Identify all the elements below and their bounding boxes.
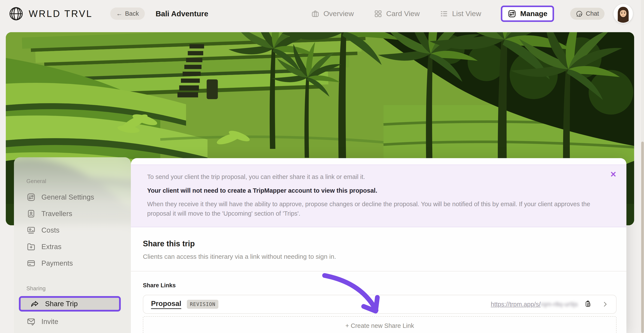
back-label: Back: [125, 10, 139, 17]
sidebar-item-label: Travellers: [42, 210, 72, 218]
briefcase-icon: [311, 9, 320, 18]
user-avatar[interactable]: [614, 4, 633, 24]
back-arrow-icon: ←: [116, 10, 122, 17]
banner-text-1: To send your client the trip proposal, y…: [147, 172, 603, 182]
share-trip-panel: To send your client the trip proposal, y…: [131, 158, 626, 333]
chat-button[interactable]: Chat: [570, 8, 604, 20]
extras-folder-plus-icon: [26, 242, 36, 252]
copy-link-button[interactable]: [584, 300, 592, 308]
costs-banknote-icon: [26, 226, 36, 235]
share-link-url[interactable]: https://trpm.app/s/rqm-r8q-ur9js: [491, 301, 578, 308]
globe-logo-icon: [8, 6, 24, 22]
banner-close-icon[interactable]: ✕: [610, 170, 616, 178]
sidebar-item-label: Costs: [42, 226, 60, 234]
sidebar-item-label: Invite: [42, 318, 58, 326]
section-title: Share this trip: [143, 239, 626, 248]
share-links-area: Share Links Proposal REVISION https://tr…: [131, 272, 626, 333]
sidebar-item-share-trip[interactable]: Share Trip: [20, 298, 119, 310]
sidebar-item-payments[interactable]: Payments: [26, 255, 131, 272]
share-link-row[interactable]: Proposal REVISION https://trpm.app/s/rqm…: [143, 295, 616, 314]
back-button[interactable]: ← Back: [110, 8, 145, 20]
banner-text-bold: Your client will not need to create a Tr…: [147, 186, 603, 196]
sidebar-item-label: Payments: [42, 259, 73, 267]
tab-label: Manage: [520, 10, 548, 18]
navbar-right: Chat: [570, 4, 633, 24]
tab-label: List View: [452, 10, 481, 18]
tab-label: Card View: [386, 10, 420, 18]
tab-list-view[interactable]: List View: [440, 9, 481, 18]
section-subtitle: Clients can access this itinerary via a …: [143, 253, 626, 260]
scrollbar-thumb[interactable]: [641, 142, 644, 333]
copy-clipboard-icon: [584, 300, 592, 308]
settings-sliders-icon: [26, 192, 36, 202]
share-this-trip-section: Share this trip Clients can access this …: [131, 227, 626, 260]
sidebar-item-costs[interactable]: Costs: [26, 222, 131, 238]
app-window: WRLD TRVL ← Back Bali Adventure Overview: [0, 0, 644, 333]
sidebar-item-extras[interactable]: Extras: [26, 238, 131, 255]
share-link-name[interactable]: Proposal: [151, 300, 181, 309]
scrollbar-track[interactable]: [641, 0, 644, 333]
share-forward-icon: [30, 299, 40, 308]
share-trip-highlight-annotation: Share Trip: [19, 296, 121, 312]
create-share-link-button[interactable]: + Create new Share Link: [143, 316, 616, 333]
tab-manage[interactable]: Manage: [508, 9, 548, 18]
share-links-heading: Share Links: [143, 282, 616, 289]
payments-card-icon: [26, 258, 36, 268]
view-tabs: Overview Card View List View: [311, 0, 554, 27]
brand-name: WRLD TRVL: [29, 8, 93, 19]
create-share-link-label: + Create new Share Link: [346, 322, 414, 329]
sidebar-item-label: Share Trip: [45, 300, 78, 308]
sidebar-item-travellers[interactable]: Travellers: [26, 205, 131, 222]
page-title: Bali Adventure: [156, 10, 208, 18]
user-avatar-memoji: [614, 5, 632, 23]
manage-sliders-icon: [508, 9, 516, 18]
sidebar-item-invite[interactable]: Invite: [26, 313, 131, 330]
sidebar-item-general-settings[interactable]: General Settings: [26, 189, 131, 205]
tab-card-view[interactable]: Card View: [374, 9, 420, 18]
revision-badge: REVISION: [187, 300, 218, 309]
sidebar-item-label: Extras: [42, 243, 62, 251]
chat-bubble-icon: [576, 10, 583, 18]
list-icon: [440, 9, 448, 18]
traveller-card-icon: [26, 209, 36, 218]
url-redacted-token: rqm-r8q-ur9js: [540, 301, 578, 308]
sidebar-section-general: General: [26, 178, 131, 184]
manage-tab-highlight-annotation: Manage: [501, 6, 554, 22]
tab-label: Overview: [324, 10, 354, 18]
sidebar-spacer: [26, 272, 131, 285]
card-grid-icon: [374, 9, 382, 18]
invite-envelope-icon: [26, 317, 36, 326]
banner-text-3: When they receive it they will have the …: [147, 200, 603, 218]
tab-overview[interactable]: Overview: [311, 9, 354, 18]
settings-sidebar: General General Settings Travellers: [14, 157, 131, 333]
proposal-info-banner: To send your client the trip proposal, y…: [131, 164, 626, 227]
sidebar-item-label: General Settings: [42, 193, 94, 201]
chat-label: Chat: [586, 10, 599, 17]
sidebar-section-sharing: Sharing: [26, 285, 131, 292]
brand-group: WRLD TRVL: [8, 6, 93, 22]
open-link-chevron-icon[interactable]: [602, 301, 608, 308]
top-navbar: WRLD TRVL ← Back Bali Adventure Overview: [0, 0, 641, 27]
url-prefix: https://trpm.app/s/: [491, 301, 540, 308]
